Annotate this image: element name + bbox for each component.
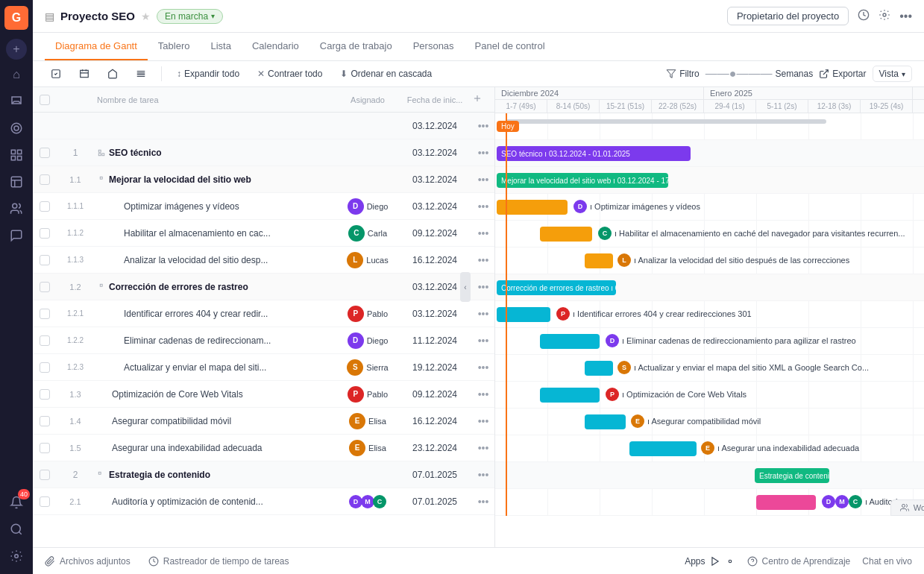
bar-auditoria[interactable] (756, 495, 816, 510)
settings-icon[interactable] (4, 544, 28, 568)
row-2-checkbox[interactable] (40, 470, 50, 480)
row-menu[interactable]: ••• (472, 120, 494, 132)
chat-icon[interactable] (4, 224, 28, 247)
filter-button[interactable]: Filtro (666, 69, 700, 79)
add-column[interactable] (472, 93, 494, 106)
row-1-1-3-menu[interactable]: ••• (472, 254, 494, 266)
task-row-1-1: 1.1 Mejorar la velocidad del sitio web 0… (33, 166, 494, 193)
row-1-1-1-checkbox[interactable] (40, 201, 50, 212)
contract-button[interactable]: ✕ Contraer todo (251, 66, 328, 82)
row-1-1-1-menu[interactable]: ••• (472, 201, 494, 212)
people-icon[interactable] (4, 197, 28, 221)
row-1-checkbox[interactable] (40, 148, 50, 158)
row-2-num: 2 (57, 470, 94, 480)
row-2-1-checkbox[interactable] (40, 496, 50, 507)
bar-almacenamiento[interactable] (540, 227, 592, 242)
gantt-row-1-1: Mejorar la velocidad del sitio web ı 03.… (495, 167, 924, 194)
row-2-expand[interactable] (94, 471, 109, 479)
select-all-button[interactable] (45, 66, 67, 82)
bar-actualizar-mapa[interactable] (585, 361, 613, 376)
row-1-2-checkbox[interactable] (40, 282, 50, 292)
bar-correccion[interactable]: Corrección de errores de rastreo ı 03.12… (497, 280, 616, 295)
date-placeholder-row: 03.12.2024 ••• (33, 113, 494, 139)
row-1-expand[interactable] (94, 149, 109, 157)
inbox-icon[interactable] (4, 89, 28, 113)
tab-dashboard[interactable]: Panel de control (465, 33, 556, 60)
row-1-2-3-checkbox[interactable] (40, 362, 50, 373)
select-all-checkbox[interactable] (40, 95, 50, 105)
gantt-row-1-2-3: S ı Actualizar y enviar el mapa del siti… (495, 355, 924, 382)
time-tracker-button[interactable]: Rastreador de tiempo de tareas (148, 556, 289, 567)
row-1-1-checkbox[interactable] (40, 174, 50, 185)
row-1-5-checkbox[interactable] (40, 443, 50, 453)
row-1-5-menu[interactable]: ••• (472, 442, 494, 454)
export-button[interactable]: Exportar (819, 69, 866, 79)
row-1-2-menu[interactable]: ••• (472, 281, 494, 293)
learning-button[interactable]: Centro de Aprendizaje (747, 556, 851, 567)
workload-tooltip[interactable]: Workload (890, 499, 924, 516)
row-2-1-menu[interactable]: ••• (472, 496, 494, 508)
gear-icon[interactable] (879, 9, 890, 24)
row-1-1-2-menu[interactable]: ••• (472, 227, 494, 239)
row-1-2-1-menu[interactable]: ••• (472, 308, 494, 320)
goals-icon[interactable] (4, 116, 28, 140)
attachments-button[interactable]: Archivos adjuntos (45, 556, 131, 567)
tab-list[interactable]: Lista (200, 33, 241, 60)
row-1-2-3-menu[interactable]: ••• (472, 362, 494, 373)
star-icon[interactable]: ★ (141, 10, 151, 22)
row-1-1-3-name: Analizar la velocidad del sitio desp... (109, 255, 338, 265)
chat-button[interactable]: Chat en vivo (862, 556, 912, 567)
bar-eliminar-cadenas[interactable] (540, 334, 600, 349)
search-icon[interactable] (4, 517, 28, 541)
row-1-1-expand[interactable] (94, 176, 109, 183)
bar-optimizar-imagenes[interactable] (497, 200, 568, 215)
row-1-4-checkbox[interactable] (40, 416, 50, 426)
notification-icon[interactable]: 40 (4, 491, 28, 514)
row-1-1-2-checkbox[interactable] (40, 228, 50, 239)
row-1-2-2-menu[interactable]: ••• (472, 335, 494, 347)
owner-button[interactable]: Propietario del proyecto (727, 7, 849, 25)
gantt-row-1-1-3: L ı Analizar la velocidad del sitio desp… (495, 247, 924, 274)
collapse-handle[interactable]: ‹ (460, 272, 471, 302)
row-1-3-checkbox[interactable] (40, 389, 50, 400)
dashboard-icon[interactable] (4, 170, 28, 194)
bar-indexabilidad[interactable] (629, 441, 697, 456)
add-icon[interactable]: + (6, 39, 27, 60)
tab-workload[interactable]: Carga de trabajo (309, 33, 403, 60)
tab-people[interactable]: Personas (403, 33, 465, 60)
bar-estrategia[interactable]: Estrategia de contenido ı 07.01.2025 - 1… (755, 468, 829, 483)
sidebar-logo[interactable]: G (4, 6, 28, 30)
row-1-1-3-checkbox[interactable] (40, 255, 50, 265)
cascade-button[interactable]: ⬇ Ordenar en cascada (334, 66, 438, 82)
row-1-2-2-checkbox[interactable] (40, 335, 50, 346)
status-badge[interactable]: En marcha ▾ (157, 9, 223, 24)
projects-icon[interactable] (4, 143, 28, 167)
more-icon[interactable]: ••• (899, 10, 912, 23)
home-icon[interactable]: ⌂ (4, 63, 28, 86)
timeline-button[interactable] (73, 66, 95, 82)
tab-board[interactable]: Tablero (148, 33, 201, 60)
row-1-menu[interactable]: ••• (472, 147, 494, 159)
view-button[interactable]: Vista ▾ (873, 66, 912, 82)
bar-compatibilidad[interactable] (585, 414, 626, 429)
bar-velocidad[interactable]: Mejorar la velocidad del sitio web ı 03.… (497, 173, 668, 188)
bar-identificar-errores[interactable] (497, 307, 550, 322)
bar-seo-tecnico[interactable]: SEO técnico ı 03.12.2024 - 01.01.2025 (497, 146, 691, 161)
row-1-2-1-assignee: P Pablo (338, 306, 397, 322)
tab-calendar[interactable]: Calendario (242, 33, 309, 60)
row-1-3-menu[interactable]: ••• (472, 388, 494, 400)
bar-core-web[interactable] (540, 388, 600, 403)
top-bar-right: Propietario del proyecto ••• (727, 7, 912, 25)
bar-analizar-velocidad[interactable] (585, 253, 613, 268)
hierarchy-button[interactable] (101, 66, 124, 82)
row-2-menu[interactable]: ••• (472, 469, 494, 481)
indent-button[interactable] (130, 66, 152, 82)
history-icon[interactable] (858, 9, 870, 24)
row-1-2-1-checkbox[interactable] (40, 309, 50, 319)
apps-button[interactable]: Apps (685, 556, 735, 567)
row-1-2-expand[interactable] (94, 283, 109, 291)
expand-button[interactable]: ↕ Expandir todo (171, 66, 245, 82)
tab-gantt[interactable]: Diagrama de Gantt (45, 33, 148, 60)
row-1-4-menu[interactable]: ••• (472, 415, 494, 427)
row-1-1-menu[interactable]: ••• (472, 174, 494, 186)
